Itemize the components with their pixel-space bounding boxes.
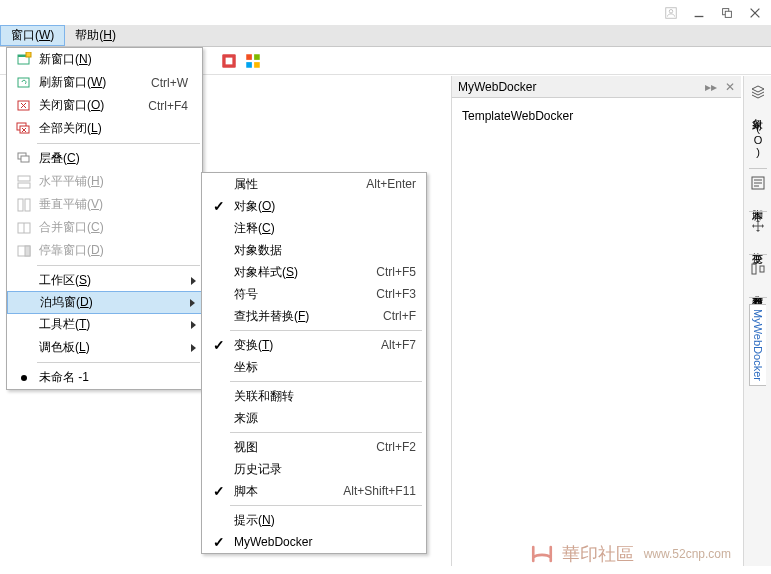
tile-h-icon [13, 173, 35, 191]
svg-rect-4 [725, 11, 731, 17]
app-icon[interactable] [220, 52, 238, 70]
submenu-transform[interactable]: ✓变换(T)Alt+F7 [202, 334, 426, 356]
tile-v-icon [13, 196, 35, 214]
check-icon: ✓ [210, 198, 228, 214]
check-icon: ✓ [210, 483, 228, 499]
menu-separator [230, 432, 422, 433]
submenu-history[interactable]: 历史记录 [202, 458, 426, 480]
close-all-icon [13, 120, 35, 138]
menu-new-window[interactable]: 新窗口(N) [7, 48, 202, 71]
close-icon[interactable] [745, 3, 765, 23]
menu-separator [230, 330, 422, 331]
svg-rect-11 [246, 62, 252, 68]
submenu-arrow-icon [191, 321, 196, 329]
accel-label: Ctrl+W [151, 76, 202, 90]
submenu-object-style[interactable]: 对象样式(S)Ctrl+F5 [202, 261, 426, 283]
svg-rect-12 [254, 62, 260, 68]
svg-rect-16 [18, 78, 29, 87]
menu-separator [37, 143, 200, 144]
svg-rect-25 [21, 156, 29, 162]
new-window-icon [13, 51, 35, 69]
title-bar [0, 0, 771, 25]
menu-help[interactable]: 帮助(H) [65, 25, 126, 46]
collapse-icon[interactable]: ▸▸ [705, 80, 717, 94]
submenu-source[interactable]: 来源 [202, 407, 426, 429]
svg-rect-9 [246, 54, 252, 60]
panel-item[interactable]: TemplateWebDocker [462, 106, 731, 126]
docker-panel: MyWebDocker ▸▸ ✕ TemplateWebDocker [451, 76, 741, 566]
cascade-icon [13, 150, 35, 168]
submenu-script[interactable]: ✓脚本Alt+Shift+F11 [202, 480, 426, 502]
svg-rect-29 [25, 199, 30, 211]
menu-dockers[interactable]: 泊坞窗(D) [7, 291, 202, 314]
svg-rect-28 [18, 199, 23, 211]
combine-icon [13, 219, 35, 237]
submenu-hint[interactable]: 提示(N) [202, 509, 426, 531]
side-tab-script[interactable]: 脚本 [748, 197, 767, 205]
refresh-window-icon [13, 74, 35, 92]
menu-doc-untitled[interactable]: 未命名 -1 [7, 366, 202, 389]
check-icon: ✓ [210, 534, 228, 550]
submenu-symbol[interactable]: 符号Ctrl+F3 [202, 283, 426, 305]
menu-cascade[interactable]: 层叠(C) [7, 147, 202, 170]
svg-rect-15 [26, 52, 31, 57]
menu-tile-horizontal[interactable]: 水平平铺(H) [7, 170, 202, 193]
script-icon[interactable] [750, 175, 766, 191]
menu-close-window[interactable]: 关闭窗口(O) Ctrl+F4 [7, 94, 202, 117]
user-icon[interactable] [661, 3, 681, 23]
svg-rect-26 [18, 176, 30, 181]
maximize-icon[interactable] [717, 3, 737, 23]
menu-toolbars[interactable]: 工具栏(T) [7, 313, 202, 336]
windows-icon[interactable] [244, 52, 262, 70]
close-window-icon [13, 97, 35, 115]
submenu-mywebdocker[interactable]: ✓MyWebDocker [202, 531, 426, 553]
submenu-find-replace[interactable]: 查找并替换(F)Ctrl+F [202, 305, 426, 327]
submenu-arrow-icon [191, 277, 196, 285]
menu-tile-vertical[interactable]: 垂直平铺(V) [7, 193, 202, 216]
submenu-arrow-icon [191, 344, 196, 352]
dock-icon [13, 242, 35, 260]
submenu-view[interactable]: 视图Ctrl+F2 [202, 436, 426, 458]
accel-label: Ctrl+F4 [148, 99, 202, 113]
svg-rect-39 [760, 266, 764, 272]
menu-workspace[interactable]: 工作区(S) [7, 269, 202, 292]
check-icon: ✓ [210, 337, 228, 353]
submenu-assoc-flip[interactable]: 关联和翻转 [202, 385, 426, 407]
svg-rect-27 [18, 183, 30, 188]
menu-separator [230, 381, 422, 382]
layers-icon[interactable] [750, 84, 766, 100]
transform-icon[interactable] [750, 218, 766, 234]
submenu-object[interactable]: ✓对象(O) [202, 195, 426, 217]
submenu-comment[interactable]: 注释(C) [202, 217, 426, 239]
menu-palette[interactable]: 调色板(L) [7, 336, 202, 359]
panel-close-icon[interactable]: ✕ [725, 80, 735, 94]
side-tab-mywebdocker[interactable]: MyWebDocker [749, 304, 766, 386]
menu-separator [37, 265, 200, 266]
side-tab-strip: 对象 (O) 脚本 变换 对齐与分布 MyWebDocker [743, 76, 771, 566]
dockers-submenu: 属性Alt+Enter ✓对象(O) 注释(C) 对象数据 对象样式(S)Ctr… [201, 172, 427, 554]
submenu-object-data[interactable]: 对象数据 [202, 239, 426, 261]
menu-window[interactable]: 窗口(W) [0, 25, 65, 46]
menu-dock-window[interactable]: 停靠窗口(D) [7, 239, 202, 262]
menu-close-all[interactable]: 全部关闭(L) [7, 117, 202, 140]
minimize-icon[interactable] [689, 3, 709, 23]
svg-rect-33 [25, 246, 30, 256]
side-tab-align[interactable]: 对齐与分布 [748, 283, 767, 291]
bullet-icon [13, 369, 35, 387]
submenu-arrow-icon [190, 299, 195, 307]
window-menu-dropdown: 新窗口(N) 刷新窗口(W) Ctrl+W 关闭窗口(O) Ctrl+F4 全部… [6, 47, 203, 390]
svg-rect-8 [226, 57, 233, 64]
svg-rect-38 [752, 264, 756, 274]
menu-bar: 窗口(W) 帮助(H) [0, 25, 771, 47]
menu-combine-windows[interactable]: 合并窗口(C) [7, 216, 202, 239]
align-icon[interactable] [750, 261, 766, 277]
menu-separator [37, 362, 200, 363]
side-tab-objects[interactable]: 对象 (O) [748, 106, 767, 162]
side-tab-transform[interactable]: 变换 [748, 240, 767, 248]
menu-refresh-window[interactable]: 刷新窗口(W) Ctrl+W [7, 71, 202, 94]
svg-point-1 [669, 9, 673, 13]
submenu-properties[interactable]: 属性Alt+Enter [202, 173, 426, 195]
submenu-coords[interactable]: 坐标 [202, 356, 426, 378]
svg-rect-10 [254, 54, 260, 60]
menu-separator [230, 505, 422, 506]
